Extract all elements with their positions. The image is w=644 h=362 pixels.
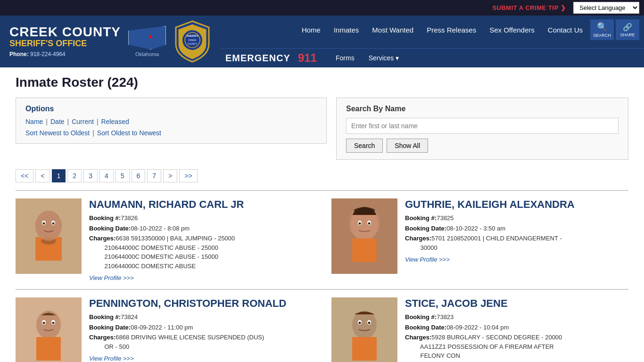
- nav-home[interactable]: Home: [296, 24, 326, 36]
- booking-date: Booking Date:08-09-2022 - 10:04 pm: [405, 323, 628, 332]
- search-options-row: Options Name | Date | Current | Released…: [16, 98, 628, 160]
- inmate-list: NAUMANN, RICHARD CARL JR Booking #:73826…: [16, 190, 628, 362]
- sort-newest[interactable]: Sort Newest to Oldest: [25, 129, 90, 137]
- svg-text:COUNTY: COUNTY: [187, 42, 198, 45]
- booking-date: Booking Date:08-10-2022 - 3:50 am: [405, 224, 628, 233]
- oklahoma-map: Oklahoma: [128, 26, 166, 57]
- page-4[interactable]: 4: [99, 169, 114, 182]
- page-prev[interactable]: <: [35, 169, 50, 182]
- nav-sex-offenders[interactable]: Sex Offenders: [484, 24, 540, 36]
- charges: Charges:6638 5913350000 | BAIL JUMPING -…: [89, 234, 313, 271]
- page-1[interactable]: 1: [52, 169, 66, 182]
- options-heading: Options: [25, 105, 317, 113]
- view-profile-link[interactable]: View Profile >>>: [89, 274, 134, 281]
- crime-tip-link[interactable]: SUBMIT A CRIME TIP ❯: [492, 4, 566, 11]
- search-icon: 🔍: [597, 22, 607, 32]
- page-6[interactable]: 6: [132, 169, 146, 182]
- inmate-photo: [331, 297, 397, 362]
- svg-point-30: [352, 311, 377, 339]
- svg-point-13: [43, 222, 45, 225]
- svg-point-19: [359, 222, 361, 225]
- view-profile-link[interactable]: View Profile >>>: [89, 355, 134, 362]
- svg-rect-31: [352, 337, 377, 361]
- charges: Charges:6868 DRIVING WHILE LICENSE SUSPE…: [89, 333, 313, 351]
- sort-by-date[interactable]: Date: [50, 118, 65, 125]
- page-5[interactable]: 5: [116, 169, 130, 182]
- inmate-name: STICE, JACOB JENE: [405, 297, 628, 310]
- inmate-info: PENNINGTON, CHRISTOPHER RONALD Booking #…: [89, 297, 313, 362]
- booking-number: Booking #:73823: [405, 313, 628, 322]
- crime-tip-highlight: CRIME TIP: [525, 4, 558, 11]
- emergency-label: EMERGENCY: [225, 53, 290, 64]
- svg-point-35: [368, 322, 371, 324]
- page-2[interactable]: 2: [67, 169, 82, 182]
- inmate-card: GUTHRIE, KAILEIGH ALEXANDRA Booking #:73…: [331, 198, 628, 281]
- filter-released[interactable]: Released: [101, 118, 129, 125]
- view-profile-link[interactable]: View Profile >>>: [405, 256, 450, 263]
- inmate-info: STICE, JACOB JENE Booking #:73823 Bookin…: [405, 297, 628, 362]
- search-button[interactable]: Search: [346, 139, 383, 153]
- inmate-photo: [16, 198, 82, 274]
- booking-date: Booking Date:08-09-2022 - 11:00 pm: [89, 323, 313, 332]
- nav-contact-us[interactable]: Contact Us: [542, 24, 588, 36]
- page-last[interactable]: >>: [179, 169, 197, 182]
- inmate-card: STICE, JACOB JENE Booking #:73823 Bookin…: [331, 297, 628, 362]
- filter-current[interactable]: Current: [72, 118, 94, 125]
- svg-rect-24: [36, 337, 61, 361]
- inmate-name: GUTHRIE, KAILEIGH ALEXANDRA: [405, 198, 628, 211]
- share-label: SHARE: [620, 33, 635, 37]
- site-header: CREEK COUNTY SHERIFF'S OFFICE Phone: 918…: [0, 16, 644, 67]
- nav-top: Home Inmates Most Wanted Press Releases …: [221, 16, 644, 40]
- page-7[interactable]: 7: [147, 169, 161, 182]
- search-icon-button[interactable]: 🔍 SEARCH: [590, 19, 614, 40]
- language-select[interactable]: Select Language: [573, 2, 639, 14]
- svg-text:✯ ✯ ✯: ✯ ✯ ✯: [188, 51, 197, 54]
- page-title: Inmate Roster (224): [16, 75, 628, 90]
- sort-links: Sort Newest to Oldest | Sort Oldest to N…: [25, 129, 317, 137]
- svg-rect-21: [352, 239, 377, 262]
- share-button[interactable]: 🔗 SHARE: [616, 19, 639, 40]
- map-shape: [128, 26, 166, 49]
- nav-inmates[interactable]: Inmates: [328, 24, 364, 36]
- page-next[interactable]: >: [163, 169, 177, 182]
- inmate-name: PENNINGTON, CHRISTOPHER RONALD: [89, 297, 313, 310]
- header-nav: Home Inmates Most Wanted Press Releases …: [221, 16, 644, 67]
- header-left: CREEK COUNTY SHERIFF'S OFFICE Phone: 918…: [0, 16, 221, 67]
- options-links: Name | Date | Current | Released: [25, 118, 317, 125]
- svg-point-27: [43, 322, 45, 324]
- site-title: CREEK COUNTY SHERIFF'S OFFICE Phone: 918…: [9, 25, 121, 58]
- booking-number: Booking #:73826: [89, 214, 313, 223]
- search-box: Search By Name Search Show All: [336, 98, 628, 160]
- nav-most-wanted[interactable]: Most Wanted: [366, 24, 419, 36]
- inmate-card: NAUMANN, RICHARD CARL JR Booking #:73826…: [16, 198, 313, 281]
- booking-number: Booking #:73824: [89, 313, 313, 322]
- inmate-photo: [16, 297, 82, 362]
- county-name: CREEK COUNTY: [9, 25, 121, 39]
- svg-point-34: [359, 322, 361, 324]
- nav-press-releases[interactable]: Press Releases: [421, 24, 482, 36]
- services-link[interactable]: Services ▾: [364, 53, 404, 63]
- office-name: SHERIFF'S OFFICE: [9, 39, 121, 49]
- nav-bottom: EMERGENCY 911 Forms Services ▾: [221, 48, 644, 67]
- inmate-photo: [331, 198, 397, 274]
- inmate-info: NAUMANN, RICHARD CARL JR Booking #:73826…: [89, 198, 313, 281]
- emergency-911: 911: [298, 51, 317, 65]
- booking-number: Booking #:73825: [405, 214, 628, 223]
- page-3[interactable]: 3: [83, 169, 98, 182]
- sort-by-name[interactable]: Name: [25, 118, 43, 125]
- svg-point-14: [52, 222, 55, 225]
- show-all-button[interactable]: Show All: [387, 139, 428, 153]
- svg-text:SHERIFF: SHERIFF: [186, 34, 198, 37]
- svg-point-10: [35, 211, 62, 241]
- charges: Charges:5701 2108520001 | CHILD ENDANGER…: [405, 234, 628, 252]
- inmate-row: NAUMANN, RICHARD CARL JR Booking #:73826…: [16, 190, 628, 289]
- sort-oldest[interactable]: Sort Oldest to Newest: [97, 129, 161, 137]
- charges: Charges:5928 BURGLARY - SECOND DEGREE - …: [405, 333, 628, 361]
- crime-tip-arrow: ❯: [561, 4, 566, 11]
- search-input[interactable]: [346, 118, 619, 134]
- share-icon: 🔗: [623, 23, 632, 32]
- top-bar: SUBMIT A CRIME TIP ❯ Select Language: [0, 0, 644, 16]
- page-first[interactable]: <<: [16, 169, 33, 182]
- inmate-name: NAUMANN, RICHARD CARL JR: [89, 198, 313, 211]
- forms-link[interactable]: Forms: [331, 53, 359, 63]
